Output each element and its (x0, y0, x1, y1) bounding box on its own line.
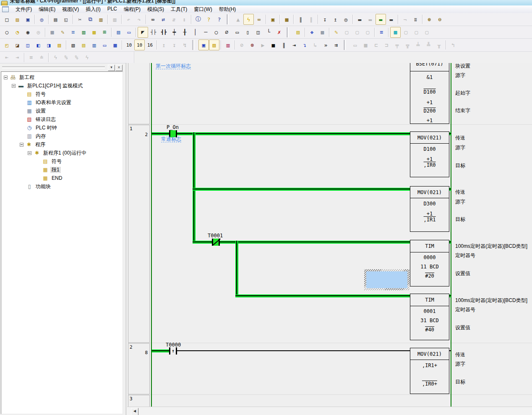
force-off-button[interactable]: ⊖ (435, 14, 445, 25)
find-in-project-button[interactable]: ◎ (37, 14, 47, 25)
instruction-title[interactable]: TIM (410, 240, 449, 252)
tree-item--[interactable]: ▧错误日志 (1, 116, 57, 123)
instruction-block-bset[interactable]: BSET(071) &1 D100 +1 D200 +1 (410, 63, 449, 124)
instruction-title[interactable]: MOV(021) (410, 186, 449, 198)
compare-with-plc-button[interactable]: ◎ (341, 14, 351, 25)
show-program-sections-button[interactable]: ▩ (89, 27, 99, 38)
send-changes-button[interactable]: ❖ (307, 27, 317, 38)
menu-edit[interactable]: 编辑(E) (35, 5, 59, 13)
menu-window[interactable]: 窗口(W) (190, 5, 215, 13)
replace-button[interactable]: ⇄ (158, 14, 169, 25)
tree-expander-icon[interactable] (28, 151, 31, 155)
build-tool-button[interactable]: ◪ (12, 39, 23, 50)
monitor-hex-button[interactable]: 16 (145, 39, 155, 50)
online-simulator-button[interactable]: ▣ (268, 14, 278, 25)
new-or-contact-button[interactable]: ┿ (169, 27, 180, 38)
panel-grab-handle[interactable] (2, 66, 105, 68)
view-mnemonics-button[interactable]: ▤ (113, 27, 124, 38)
new-horizontal-line-button[interactable]: ─ (201, 27, 211, 38)
zoom-highlight-button[interactable]: ◔ (12, 27, 23, 38)
tree-item--[interactable]: ▤符号 (1, 158, 63, 165)
operand[interactable]: &1 (427, 74, 433, 80)
new-corner-button[interactable]: └ (263, 27, 274, 38)
operand[interactable]: #40 (425, 326, 434, 333)
force-on-button[interactable]: ⊕ (424, 14, 435, 25)
new-instruction-box-button[interactable]: ▯ (243, 27, 253, 38)
show-grid-button[interactable]: ▦ (47, 27, 57, 38)
about-button[interactable]: ⓘ (193, 14, 203, 25)
new-or-closed-contact-button[interactable]: ╂ (180, 27, 190, 38)
simulator-transfer-button[interactable]: ▥ (223, 39, 233, 50)
tree-expander-icon[interactable] (4, 76, 8, 79)
operand[interactable]: 0001 (424, 308, 436, 314)
toolbar-grip[interactable] (193, 40, 196, 50)
new-invoke-button[interactable]: ◫ (253, 27, 263, 38)
menu-insert[interactable]: 插入(I) (82, 5, 104, 13)
tree-expander-icon[interactable] (20, 143, 23, 147)
menu-view[interactable]: 视图(V) (59, 5, 82, 13)
instruction-title[interactable]: MOV(021) (410, 132, 449, 144)
tree-item--[interactable]: ▯功能块 (1, 183, 52, 190)
online-edit-run-button[interactable]: ▩ (317, 27, 328, 38)
tree-item--[interactable]: ▦设置 (1, 107, 47, 115)
instruction-block-tim1[interactable]: TIM 0000 11 BCD #20 (410, 240, 449, 286)
properties-button[interactable]: ▤ (54, 39, 65, 50)
tree-item-end[interactable]: ▦END (1, 174, 63, 182)
panel-dropdown-button[interactable]: ▾ (108, 65, 115, 71)
cut-button[interactable]: ✂ (75, 14, 85, 25)
contact-t0001-closed[interactable] (212, 239, 220, 246)
sim-step-in-button[interactable]: ↴ (300, 39, 310, 50)
transfer-options-button[interactable]: ▦ (282, 14, 292, 25)
new-closed-coil-button[interactable]: ∅ (222, 27, 232, 38)
tree-item--1[interactable]: ▦段1 (1, 166, 61, 173)
sim-continuous-button[interactable]: » (321, 39, 331, 50)
tree-item--1-00-[interactable]: ✱新程序1 (00)运行中 (1, 149, 88, 157)
zoom-tool-button[interactable]: ○ (2, 27, 12, 38)
toolbar-grip[interactable] (228, 14, 230, 24)
select-tool-button[interactable]: ◤ (138, 27, 148, 38)
save-button[interactable]: ▣ (23, 14, 33, 25)
output-window-button[interactable]: ▭ (99, 39, 110, 50)
monitor-decimal-button[interactable]: 10 (124, 39, 134, 50)
menu-file[interactable]: 文件(F) (12, 5, 35, 13)
instruction-title[interactable]: MOV(021) (410, 348, 449, 360)
horizontal-scrollbar[interactable]: ◀ (127, 407, 532, 415)
simulator-online-button[interactable]: ▣ (198, 39, 209, 50)
print-preview-button[interactable]: ◱ (61, 14, 71, 25)
paste-button[interactable]: ▥ (96, 14, 106, 25)
zoom-in-button[interactable]: ◉ (23, 27, 33, 38)
tree-expander-icon[interactable] (12, 84, 16, 88)
toolbar-grip[interactable] (288, 27, 290, 37)
new-contact-button[interactable]: ┤├ (148, 27, 159, 38)
pause-monitor-button[interactable]: ∥ (295, 14, 306, 25)
monitor-button[interactable]: ∞ (254, 14, 264, 25)
instruction-block-mov3[interactable]: MOV(021) ,IR1+ ,IR0+ (410, 348, 449, 394)
operand[interactable]: ,IR1+ (422, 362, 437, 368)
sim-stop-button[interactable]: ■ (268, 39, 279, 50)
cell-selection-cursor[interactable] (364, 269, 409, 290)
instruction-block-tim2[interactable]: TIM 0001 31 BCD #40 (410, 294, 449, 340)
tree-item-plc-[interactable]: ◷PLC 时钟 (1, 124, 58, 131)
sim-pause-button[interactable]: ∥ (279, 39, 289, 50)
download-to-plc-button[interactable]: ↧ (320, 14, 330, 25)
rung-margin-cell-1[interactable] (128, 125, 150, 343)
open-file-button[interactable]: ▨ (12, 14, 23, 25)
mdi-child-icon[interactable] (2, 6, 9, 12)
view-dialogs-button[interactable]: ▭ (124, 27, 134, 38)
sim-step-button[interactable]: ⇥ (289, 39, 300, 50)
instruction-block-mov1[interactable]: MOV(021) D100 +1 ,IR0 (410, 131, 449, 177)
help-contents-button[interactable]: ? (203, 14, 214, 25)
operand[interactable]: D300 (424, 201, 436, 207)
instruction-block-mov2[interactable]: MOV(021) D300 +1 ,IR1 (410, 186, 449, 232)
monitor-signed-decimal-button[interactable]: 10 (134, 39, 145, 50)
panel-titlebar[interactable]: ▾ × (0, 64, 124, 71)
work-online-button[interactable]: ϟ (243, 14, 254, 25)
address-reference-button[interactable]: ◨ (44, 39, 54, 50)
watch-list-button[interactable]: ≡ (376, 27, 387, 38)
monitor-mode-button[interactable]: ▬ (376, 14, 386, 25)
scroll-left-button[interactable]: ◀ (131, 408, 138, 415)
copy-button[interactable]: ⧉ (85, 14, 96, 25)
tree-item--[interactable]: ▤符号 (1, 90, 47, 98)
operand[interactable]: D100 (424, 89, 436, 95)
show-rung-annotations-button[interactable]: ≡ (68, 27, 78, 38)
